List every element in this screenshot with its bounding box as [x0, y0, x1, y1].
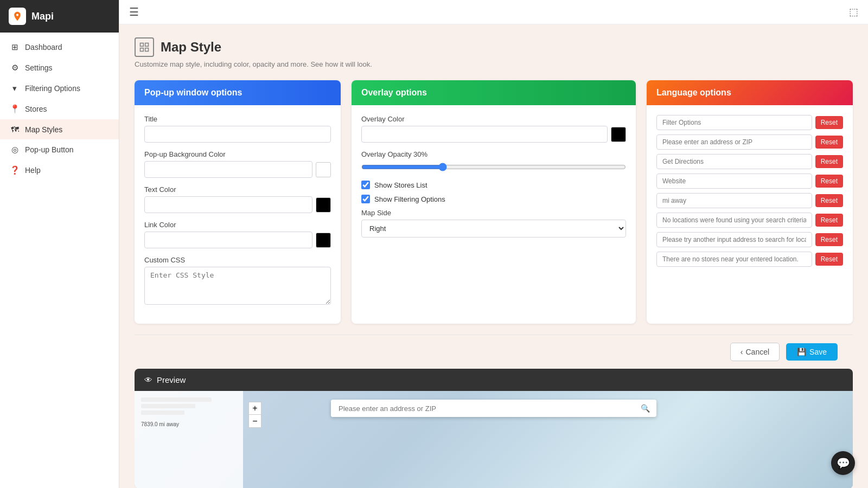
dashboard-icon: ⊞	[10, 42, 20, 52]
sidebar-item-dashboard[interactable]: ⊞ Dashboard	[0, 37, 119, 57]
reset-btn-website[interactable]: Reset	[815, 175, 843, 188]
sidebar-item-stores[interactable]: 📍 Stores	[0, 99, 119, 119]
text-color-label: Text Color	[144, 185, 331, 194]
reset-btn-no-stores-near[interactable]: Reset	[815, 253, 843, 266]
text-color-swatch[interactable]	[316, 197, 331, 213]
chat-bubble[interactable]: 💬	[831, 451, 855, 475]
bg-color-swatch[interactable]	[316, 162, 331, 177]
sidebar-item-label: Filtering Options	[25, 84, 80, 93]
title-input[interactable]	[144, 126, 331, 143]
svg-rect-0	[141, 43, 144, 47]
preview-eye-icon: 👁	[144, 375, 152, 384]
topbar-icon-right[interactable]: ⬚	[849, 6, 858, 18]
reset-btn-filter-options[interactable]: Reset	[815, 116, 843, 129]
page-title-icon	[135, 37, 154, 57]
sidebar-item-filtering-options[interactable]: ▾ Filtering Options	[0, 78, 119, 99]
lang-row-enter-address: Reset	[656, 134, 843, 150]
lang-input-website[interactable]	[656, 174, 812, 189]
overlay-color-label: Overlay Color	[361, 115, 626, 123]
map-side-select[interactable]: Right Left	[361, 220, 626, 237]
lang-input-no-locations[interactable]	[656, 213, 812, 228]
text-color-group: Text Color #000000	[144, 185, 331, 213]
sidebar-item-settings[interactable]: ⚙ Settings	[0, 57, 119, 78]
cards-row: Pop-up window options Title Pop-up Backg…	[135, 80, 853, 324]
preview-content: 7839.0 mi away + − 🔍	[135, 391, 853, 488]
overlay-color-input[interactable]: #000000	[361, 126, 608, 143]
store-icon: 📍	[10, 104, 20, 114]
sidebar-item-map-styles[interactable]: 🗺 Map Styles	[0, 119, 119, 139]
opacity-row: Overlay Opacity 30%	[361, 150, 626, 158]
overlay-color-group: Overlay Color #000000	[361, 115, 626, 143]
sidebar-item-popup-button[interactable]: ◎ Pop-up Button	[0, 139, 119, 160]
sidebar-item-label: Stores	[25, 105, 47, 113]
lang-input-try-another[interactable]	[656, 232, 812, 247]
bg-color-group: Pop-up Background Color #ffffff	[144, 150, 331, 178]
lang-input-mi-away[interactable]	[656, 193, 812, 208]
overlay-color-row: #000000	[361, 126, 626, 143]
custom-css-input[interactable]	[144, 267, 331, 305]
text-color-row: #000000	[144, 196, 331, 213]
language-card: Language options Reset Reset Reset	[647, 80, 853, 324]
link-color-row: #000000	[144, 232, 331, 248]
map-styles-icon: 🗺	[10, 125, 20, 134]
popup-card-body: Title Pop-up Background Color #ffffff Te…	[135, 105, 341, 324]
link-color-swatch[interactable]	[316, 233, 331, 248]
popup-card-header: Pop-up window options	[135, 80, 341, 105]
lang-row-no-locations: Reset	[656, 213, 843, 228]
reset-btn-try-another[interactable]: Reset	[815, 233, 843, 246]
page-title-row: Map Style	[135, 37, 853, 57]
topbar-right: ⬚	[849, 6, 858, 18]
preview-store-text-1	[141, 397, 212, 402]
preview-section: 👁 Preview 7839.0 mi away +	[135, 369, 853, 488]
page-subtitle: Customize map style, including color, op…	[135, 60, 853, 68]
show-filtering-checkbox[interactable]	[361, 195, 370, 203]
opacity-slider[interactable]	[361, 163, 626, 171]
reset-btn-mi-away[interactable]: Reset	[815, 194, 843, 207]
settings-icon: ⚙	[10, 63, 20, 73]
app-name: Mapi	[31, 11, 54, 22]
preview-search-input[interactable]	[331, 400, 634, 417]
opacity-label: Overlay Opacity 30%	[361, 150, 427, 158]
hamburger-button[interactable]: ☰	[129, 5, 139, 18]
reset-btn-no-locations[interactable]: Reset	[815, 214, 843, 227]
sidebar-nav: ⊞ Dashboard ⚙ Settings ▾ Filtering Optio…	[0, 33, 119, 488]
show-stores-checkbox[interactable]	[361, 181, 370, 189]
lang-row-website: Reset	[656, 174, 843, 189]
overlay-card-header: Overlay options	[352, 80, 636, 105]
lang-row-get-directions: Reset	[656, 154, 843, 169]
map-side-label: Map Side	[361, 209, 626, 217]
title-label: Title	[144, 115, 331, 123]
preview-store-text-3	[141, 410, 184, 415]
bg-color-input[interactable]: #ffffff	[144, 161, 312, 178]
lang-input-filter-options[interactable]	[656, 115, 812, 130]
zoom-out-button[interactable]: −	[248, 415, 261, 428]
preview-distance: 7839.0 mi away	[141, 421, 179, 427]
lang-input-get-directions[interactable]	[656, 154, 812, 169]
reset-btn-get-directions[interactable]: Reset	[815, 155, 843, 168]
link-color-input[interactable]: #000000	[144, 232, 312, 248]
main-content: ☰ ⬚ Map Style Customize map style, inclu…	[119, 0, 868, 488]
overlay-card-body: Overlay Color #000000 Overlay Opacity 30…	[352, 105, 636, 255]
lang-row-mi-away: Reset	[656, 193, 843, 208]
custom-css-label: Custom CSS	[144, 256, 331, 264]
text-color-input[interactable]: #000000	[144, 196, 312, 213]
sidebar-item-help[interactable]: ❓ Help	[0, 160, 119, 181]
overlay-color-swatch[interactable]	[611, 127, 626, 142]
lang-input-no-stores-near[interactable]	[656, 252, 812, 267]
cancel-button[interactable]: ‹ Cancel	[730, 343, 780, 361]
save-button[interactable]: 💾 Save	[786, 343, 838, 361]
preview-search-bar: 🔍	[331, 400, 656, 417]
preview-left-panel: 7839.0 mi away	[135, 391, 243, 488]
sidebar-header: Mapi	[0, 0, 119, 33]
sidebar-item-label: Pop-up Button	[25, 145, 74, 154]
sidebar-item-label: Help	[25, 166, 41, 175]
preview-title: Preview	[157, 375, 186, 384]
map-side-group: Map Side Right Left	[361, 209, 626, 237]
lang-input-enter-address[interactable]	[656, 134, 812, 150]
popup-card: Pop-up window options Title Pop-up Backg…	[135, 80, 341, 324]
zoom-in-button[interactable]: +	[248, 402, 261, 415]
sidebar-item-label: Dashboard	[25, 43, 62, 52]
lang-row-try-another: Reset	[656, 232, 843, 247]
chat-icon: 💬	[837, 457, 850, 470]
reset-btn-enter-address[interactable]: Reset	[815, 136, 843, 149]
